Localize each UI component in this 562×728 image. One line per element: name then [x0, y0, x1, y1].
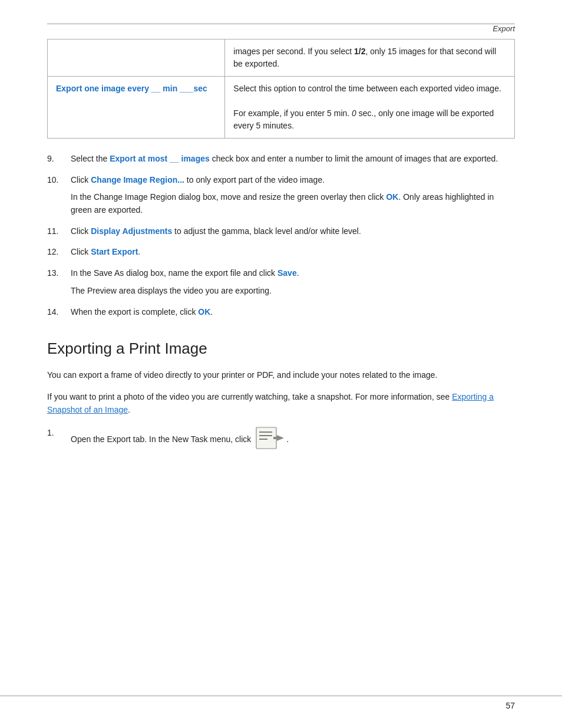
steps-section: 9. Select the Export at most __ images c… [47, 153, 515, 318]
bold-half: 1/2 [354, 47, 365, 56]
snapshot-link[interactable]: Exporting a Snapshot of an Image [47, 392, 494, 414]
section-intro-1: You can export a frame of video directly… [47, 368, 515, 381]
step-number-14: 14. [47, 306, 71, 319]
page-header: Export [47, 24, 515, 33]
step-content-11: Click Display Adjustments to adjust the … [71, 225, 515, 238]
page-footer: 57 [0, 696, 562, 710]
step-number-11: 11. [47, 225, 71, 238]
section-step-1: 1. Open the Export tab. In the New Task … [47, 427, 515, 453]
table-row: Export one image every __ min ___sec Sel… [48, 77, 515, 139]
section-step-content-1: Open the Export tab. In the New Task men… [71, 427, 515, 453]
step-content-13: In the Save As dialog box, name the expo… [71, 267, 515, 297]
export-one-image-link[interactable]: Export one image every __ min ___sec [56, 84, 207, 93]
export-tab-icon [256, 427, 286, 453]
italic-zero: 0 [352, 108, 356, 118]
step-14: 14. When the export is complete, click O… [47, 306, 515, 319]
section-step-number-1: 1. [47, 427, 71, 453]
ok-link-14[interactable]: OK [198, 307, 210, 317]
section-heading: Exporting a Print Image [47, 340, 515, 358]
page-container: Export images per second. If you select … [0, 0, 562, 497]
change-image-region-link[interactable]: Change Image Region... [91, 175, 184, 185]
step-10: 10. Click Change Image Region... to only… [47, 174, 515, 217]
table-left-1 [48, 39, 225, 77]
start-export-link[interactable]: Start Export [91, 247, 138, 256]
svg-rect-5 [273, 437, 279, 439]
step-number-9: 9. [47, 153, 71, 166]
svg-rect-0 [256, 427, 276, 449]
ok-link-10[interactable]: OK [386, 192, 398, 202]
table-right-2: Select this option to control the time b… [225, 77, 515, 139]
export-at-most-link[interactable]: Export at most __ images [110, 154, 210, 163]
table-right-1: images per second. If you select 1/2, on… [225, 39, 515, 77]
header-title: Export [492, 24, 515, 33]
save-link[interactable]: Save [277, 268, 297, 278]
step-content-14: When the export is complete, click OK. [71, 306, 515, 319]
table-row: images per second. If you select 1/2, on… [48, 39, 515, 77]
step-sub-13: The Preview area displays the video you … [71, 285, 515, 298]
step-number-13: 13. [47, 267, 71, 297]
step-content-12: Click Start Export. [71, 246, 515, 259]
step-sub-10: In the Change Image Region dialog box, m… [71, 191, 515, 216]
step-number-12: 12. [47, 246, 71, 259]
step-11: 11. Click Display Adjustments to adjust … [47, 225, 515, 238]
table-left-2: Export one image every __ min ___sec [48, 77, 225, 139]
step-number-10: 10. [47, 174, 71, 217]
step-9: 9. Select the Export at most __ images c… [47, 153, 515, 166]
step-13: 13. In the Save As dialog box, name the … [47, 267, 515, 297]
page-number: 57 [505, 701, 515, 710]
step-content-10: Click Change Image Region... to only exp… [71, 174, 515, 217]
step-content-9: Select the Export at most __ images chec… [71, 153, 515, 166]
step-12: 12. Click Start Export. [47, 246, 515, 259]
display-adjustments-link[interactable]: Display Adjustments [91, 226, 172, 236]
section-intro-2: If you want to print a photo of the vide… [47, 390, 515, 417]
content-table: images per second. If you select 1/2, on… [47, 39, 515, 139]
